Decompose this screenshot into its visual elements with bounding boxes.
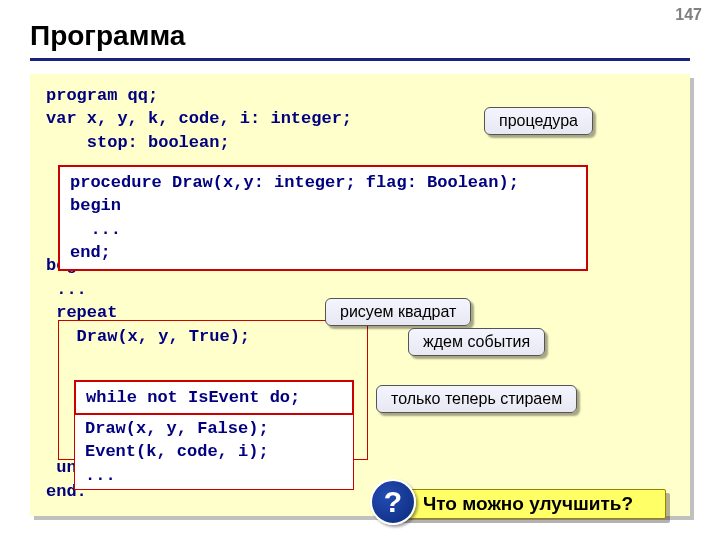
title-rule xyxy=(30,58,690,61)
question-mark-icon: ? xyxy=(370,479,416,525)
callout-draw: рисуем квадрат xyxy=(325,298,471,326)
callout-procedure: процедура xyxy=(484,107,593,135)
while-box: while not IsEvent do; xyxy=(74,380,354,415)
procedure-code: procedure Draw(x,y: integer; flag: Boole… xyxy=(70,171,576,265)
drawfalse-box: Draw(x, y, False); Event(k, code, i); ..… xyxy=(74,414,354,490)
callout-erase: только теперь стираем xyxy=(376,385,577,413)
procedure-box: procedure Draw(x,y: integer; flag: Boole… xyxy=(58,165,588,271)
code-line-1: program qq; xyxy=(46,84,674,107)
question-banner: Что можно улучшить? xyxy=(390,489,666,519)
drawfalse-code: Draw(x, y, False); Event(k, code, i); ..… xyxy=(85,417,343,487)
callout-wait: ждем события xyxy=(408,328,545,356)
while-code: while not IsEvent do; xyxy=(86,386,342,409)
page-number: 147 xyxy=(675,6,702,24)
page-title: Программа xyxy=(30,20,185,52)
